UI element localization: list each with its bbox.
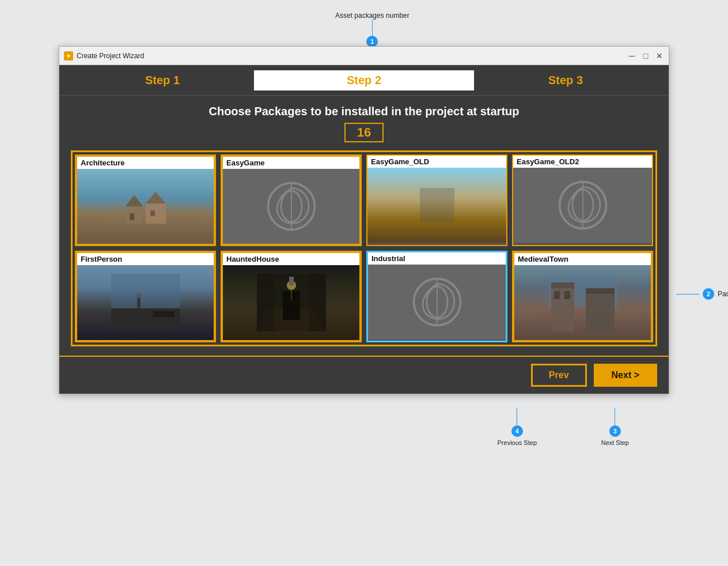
pkg-title-firstperson: FirstPerson — [77, 253, 214, 265]
pkg-title-easygame: EasyGame — [223, 157, 359, 169]
pkg-firstperson[interactable]: FirstPerson — [75, 251, 216, 342]
main-content: Choose Packages to be installed in the p… — [59, 95, 669, 356]
steps-bar: Step 1 Step 2 Step 3 — [59, 65, 669, 95]
pkg-image-firstperson — [77, 265, 214, 340]
pkg-hauntedhouse[interactable]: HauntedHouse — [221, 251, 362, 342]
annotation-4-text: Previous Step — [498, 439, 537, 446]
pkg-medievaltown[interactable]: MedievalTown — [512, 251, 653, 342]
pkg-architecture[interactable]: Architecture — [75, 154, 216, 246]
svg-rect-17 — [151, 311, 175, 317]
svg-marker-1 — [126, 195, 143, 206]
svg-rect-18 — [143, 312, 153, 316]
pkg-image-architecture — [77, 169, 214, 244]
pkg-image-medievaltown — [514, 265, 651, 340]
pkg-easygame-old[interactable]: EasyGame_OLD — [366, 154, 507, 246]
prev-button[interactable]: Prev — [531, 364, 587, 387]
pkg-image-easygame-old2 — [513, 168, 652, 243]
svg-rect-32 — [551, 282, 574, 288]
minimize-button[interactable]: ─ — [627, 51, 636, 61]
step-2-label[interactable]: Step 2 — [254, 70, 474, 90]
annotation-bubble-1: 1 — [366, 36, 378, 47]
svg-rect-22 — [309, 274, 326, 331]
svg-rect-36 — [586, 288, 615, 294]
annotation-2: 2 Packages grid — [676, 288, 728, 300]
pkg-image-hauntedhouse — [223, 265, 359, 340]
pkg-title-industrial: Industrial — [368, 252, 506, 265]
svg-rect-34 — [564, 291, 570, 299]
pkg-image-easygame — [223, 169, 359, 244]
window-controls: ─ □ ✕ — [627, 51, 664, 61]
pkg-title-easygame-old2: EasyGame_OLD2 — [513, 156, 652, 168]
svg-rect-5 — [150, 210, 155, 216]
packages-outer: Architecture — [71, 150, 657, 346]
svg-rect-33 — [554, 291, 560, 299]
pkg-industrial[interactable]: Industrial — [366, 251, 507, 342]
count-value: 16 — [357, 125, 371, 139]
svg-rect-9 — [420, 188, 454, 222]
pkg-title-hauntedhouse: HauntedHouse — [223, 253, 359, 265]
pkg-easygame[interactable]: EasyGame — [221, 154, 362, 246]
next-button[interactable]: Next > — [594, 364, 657, 387]
svg-rect-4 — [130, 213, 134, 220]
svg-rect-2 — [146, 203, 166, 224]
section-title: Choose Packages to be installed in the p… — [71, 105, 657, 118]
svg-marker-3 — [146, 192, 166, 203]
title-bar: ★ Create Project Wizard ─ □ ✕ — [59, 47, 669, 65]
pkg-image-industrial — [368, 265, 506, 339]
svg-rect-21 — [257, 274, 274, 331]
annotation-1-text: Asset packages number — [335, 12, 410, 20]
app-icon: ★ — [64, 51, 73, 61]
count-badge: 16 — [344, 123, 384, 142]
annotation-bubble-2: 2 — [703, 288, 714, 300]
annotation-bubble-4: 4 — [511, 425, 523, 437]
svg-rect-35 — [586, 291, 615, 331]
annotation-4: 4 Previous Step — [498, 408, 537, 446]
window-title: Create Project Wizard — [77, 52, 624, 60]
pkg-title-easygame-old: EasyGame_OLD — [367, 156, 506, 168]
maximize-button[interactable]: □ — [641, 51, 650, 61]
annotation-bubble-3: 3 — [609, 425, 621, 437]
pkg-title-architecture: Architecture — [77, 157, 214, 169]
pkg-title-medievaltown: MedievalTown — [514, 253, 651, 265]
pkg-easygame-old2[interactable]: EasyGame_OLD2 — [512, 154, 653, 246]
svg-point-16 — [136, 293, 141, 298]
bottom-bar: Prev Next > — [59, 356, 669, 394]
wizard-window: ★ Create Project Wizard ─ □ ✕ Step 1 Ste… — [59, 46, 669, 394]
step-1-label[interactable]: Step 1 — [71, 74, 254, 87]
pkg-image-easygame-old — [367, 168, 506, 243]
svg-rect-26 — [289, 277, 294, 285]
svg-rect-13 — [111, 274, 180, 308]
annotation-3-text: Next Step — [601, 439, 629, 446]
close-button[interactable]: ✕ — [655, 51, 664, 61]
packages-grid[interactable]: Architecture — [73, 152, 655, 345]
annotation-3: 3 Next Step — [601, 408, 629, 446]
annotation-2-text: Packages grid — [718, 290, 728, 298]
step-3-label[interactable]: Step 3 — [474, 74, 657, 87]
svg-rect-15 — [137, 297, 141, 308]
